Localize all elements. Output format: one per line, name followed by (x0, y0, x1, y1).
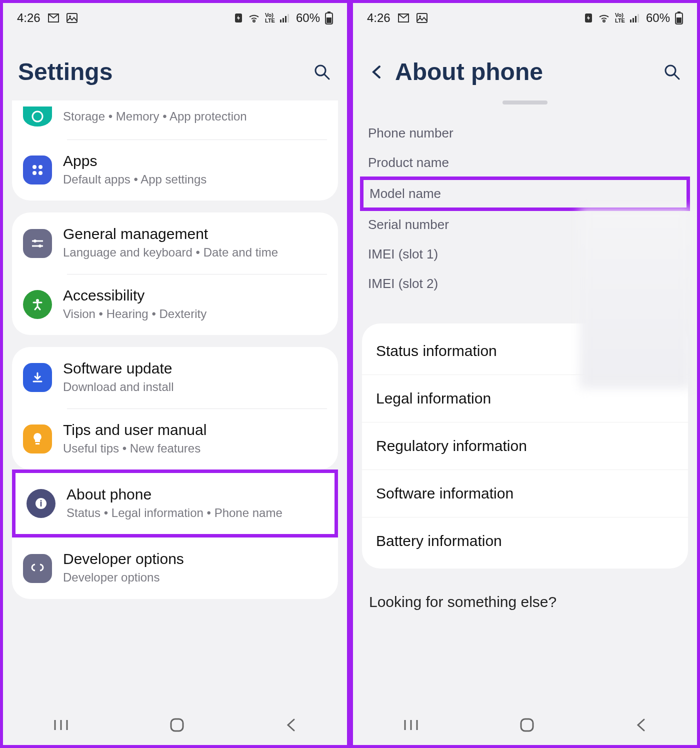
navigation-bar (3, 705, 347, 745)
search-button[interactable] (662, 62, 682, 82)
settings-row-developer-options[interactable]: Developer options Developer options (12, 538, 338, 598)
status-bar: 4:26 Vo)LTE 60% (353, 3, 697, 33)
phone-screen-about: 4:26 Vo)LTE 60% About phone Phone number… (350, 0, 700, 748)
info-row-model-name[interactable]: Model name (360, 176, 690, 211)
battery-percent: 60% (646, 11, 670, 25)
general-management-icon (23, 229, 52, 258)
svg-rect-4 (282, 18, 284, 22)
status-bar: 4:26 Vo)LTE 60% (3, 3, 347, 33)
svg-line-40 (674, 74, 679, 79)
signal-icon (280, 14, 291, 22)
svg-rect-28 (171, 719, 183, 731)
phone-screen-settings: 4:26 Vo)LTE 60% Settings (0, 0, 350, 748)
page-title: About phone (395, 58, 652, 86)
image-icon (66, 13, 78, 23)
svg-rect-37 (678, 12, 680, 13)
redacted-values (580, 208, 692, 388)
svg-point-30 (419, 16, 421, 18)
svg-rect-35 (638, 14, 639, 22)
svg-point-14 (38, 165, 42, 169)
info-row-product-name[interactable]: Product name (368, 148, 682, 178)
row-subtitle: Storage • Memory • App protection (63, 108, 327, 124)
svg-text:i: i (40, 498, 42, 508)
battery-percent: 60% (296, 11, 320, 25)
gmail-icon (48, 13, 60, 23)
wifi-icon (598, 13, 610, 23)
developer-options-icon (23, 554, 52, 583)
battery-icon (325, 12, 333, 24)
search-button[interactable] (312, 62, 332, 82)
settings-group: General management Language and keyboard… (12, 212, 338, 335)
accessibility-icon (23, 290, 52, 319)
row-subtitle: Default apps • App settings (63, 172, 327, 188)
battery-icon (675, 12, 683, 24)
info-row-phone-number[interactable]: Phone number (368, 118, 682, 148)
svg-point-12 (32, 112, 42, 122)
list-item-software[interactable]: Software information (362, 470, 688, 518)
status-time: 4:26 (17, 11, 40, 25)
about-phone-icon: i (26, 489, 56, 518)
navigation-bar (353, 705, 697, 745)
svg-rect-8 (328, 12, 330, 13)
settings-row-tips[interactable]: Tips and user manual Useful tips • New f… (12, 408, 338, 470)
row-subtitle: Vision • Hearing • Dexterity (63, 306, 327, 322)
status-time: 4:26 (367, 11, 390, 25)
home-button[interactable] (170, 718, 184, 732)
settings-row-software-update[interactable]: Software update Download and install (12, 347, 338, 408)
footer-question: Looking for something else? (353, 578, 697, 640)
page-title: Settings (18, 58, 302, 86)
drag-handle[interactable] (502, 100, 548, 104)
image-icon (416, 13, 428, 23)
row-subtitle: Language and keyboard • Date and time (63, 244, 327, 260)
battery-saver-icon (584, 12, 593, 24)
svg-line-11 (324, 74, 329, 79)
svg-rect-44 (521, 719, 533, 731)
settings-header: Settings (3, 33, 347, 100)
tips-icon (23, 424, 52, 454)
recents-button[interactable] (403, 718, 419, 732)
recents-button[interactable] (53, 718, 69, 732)
settings-group: Developer options Developer options (12, 538, 338, 598)
svg-point-18 (34, 240, 36, 242)
svg-rect-9 (326, 18, 332, 23)
settings-row-device-care[interactable]: Storage • Memory • App protection (12, 100, 338, 140)
row-title: Tips and user manual (63, 422, 327, 438)
svg-rect-29 (417, 14, 427, 22)
list-item-battery[interactable]: Battery information (362, 518, 688, 564)
svg-rect-38 (676, 18, 682, 23)
settings-group: Software update Download and install Tip… (12, 347, 338, 470)
row-subtitle: Useful tips • New features (63, 440, 327, 456)
svg-point-1 (69, 16, 71, 18)
list-item-regulatory[interactable]: Regulatory information (362, 422, 688, 470)
row-subtitle: Developer options (63, 570, 327, 586)
row-title: General management (63, 226, 327, 242)
volte-icon: Vo)LTE (615, 12, 625, 24)
settings-row-general-management[interactable]: General management Language and keyboard… (12, 212, 338, 274)
svg-rect-32 (630, 20, 632, 22)
gmail-icon (398, 13, 410, 23)
apps-icon (23, 156, 52, 184)
home-button[interactable] (520, 718, 534, 732)
svg-point-16 (38, 171, 42, 175)
settings-row-accessibility[interactable]: Accessibility Vision • Hearing • Dexteri… (12, 274, 338, 335)
settings-row-about-phone[interactable]: i About phone Status • Legal information… (16, 473, 334, 534)
row-subtitle: Download and install (63, 379, 327, 395)
svg-point-15 (32, 171, 36, 175)
back-button[interactable] (368, 64, 385, 80)
row-title: Developer options (63, 550, 327, 568)
row-subtitle: Status • Legal information • Phone name (66, 505, 324, 521)
back-button[interactable] (635, 718, 647, 732)
settings-row-apps[interactable]: Apps Default apps • App settings (12, 140, 338, 200)
svg-rect-0 (67, 14, 77, 22)
svg-rect-6 (288, 14, 289, 22)
about-header: About phone (353, 33, 697, 100)
battery-saver-icon (234, 12, 243, 24)
wifi-icon (248, 13, 260, 23)
back-button[interactable] (285, 718, 297, 732)
settings-group: Storage • Memory • App protection Apps D… (12, 100, 338, 200)
row-title: Accessibility (63, 287, 327, 304)
row-title: Apps (63, 152, 327, 170)
signal-icon (630, 14, 641, 22)
device-care-icon (23, 106, 52, 126)
svg-point-13 (32, 165, 36, 169)
